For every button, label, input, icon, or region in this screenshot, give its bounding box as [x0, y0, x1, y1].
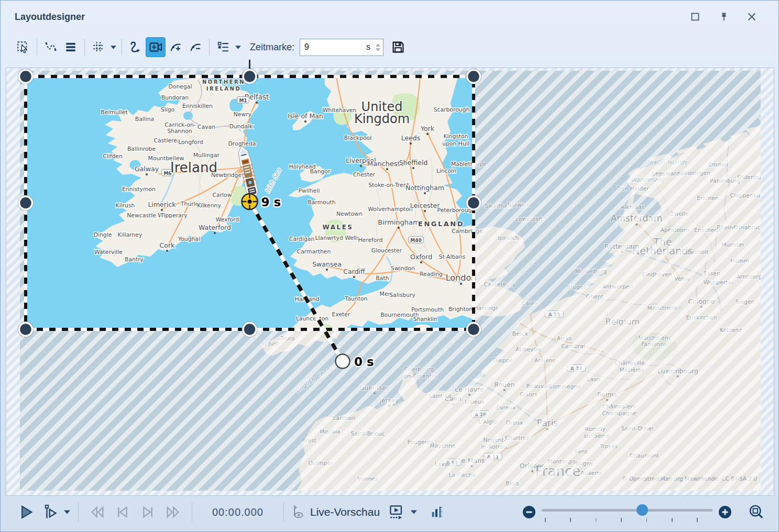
camera-pan-icon — [148, 40, 163, 54]
titlebar: Layoutdesigner — [6, 5, 773, 29]
statistics-icon — [429, 504, 445, 520]
select-tool-button[interactable] — [13, 37, 33, 57]
zoom-out-icon — [522, 505, 536, 519]
layout-frame-viewport[interactable] — [26, 77, 474, 330]
chevron-down-icon — [111, 46, 116, 49]
zeitmarke-spinner[interactable] — [372, 43, 383, 51]
preview-window-icon — [387, 503, 406, 522]
chevron-down-icon — [64, 510, 70, 514]
next-frame-icon — [138, 503, 157, 522]
transport-separator — [78, 502, 79, 522]
path-draw-tool-button[interactable] — [126, 37, 146, 57]
chevron-down-icon — [235, 46, 241, 49]
map[interactable] — [20, 71, 761, 491]
play-button[interactable] — [14, 503, 38, 521]
node-add-icon — [169, 40, 183, 54]
toolbar-separator — [37, 39, 37, 56]
curve-select-tool-button[interactable] — [41, 37, 61, 57]
previous-frame-button[interactable] — [110, 503, 135, 522]
play-options-dropdown[interactable] — [62, 502, 72, 522]
zoom-in-icon — [718, 505, 732, 519]
camera-pan-tool-button[interactable] — [146, 37, 166, 57]
keyframe-list-icon — [216, 40, 230, 54]
zeitmarke-input[interactable]: 9 s — [300, 39, 383, 56]
main-toolbar: Zeitmarke: 9 s — [6, 31, 773, 63]
layoutdesigner-window: NORTHERNIRELANDBelfastM1DonegalBundoranE… — [0, 0, 779, 532]
node-remove-tool-button[interactable] — [185, 37, 205, 57]
maximize-button[interactable] — [688, 10, 702, 24]
grid-icon — [92, 40, 105, 54]
zeitmarke-unit: s — [366, 42, 372, 52]
curve-select-icon — [44, 40, 58, 54]
zoom-controls — [522, 496, 765, 528]
transport-separator — [192, 502, 192, 522]
zeitmarke-value: 9 — [300, 42, 366, 52]
skip-to-start-button[interactable] — [85, 503, 110, 522]
play-from-marker-button[interactable] — [38, 503, 62, 521]
close-button[interactable] — [745, 10, 759, 24]
zoom-fit-icon — [747, 503, 765, 521]
live-preview-icon — [290, 504, 306, 520]
zoom-slider-thumb[interactable] — [637, 504, 648, 516]
pin-icon — [718, 11, 729, 23]
select-icon — [16, 40, 30, 54]
keyframe-list-tool-button[interactable] — [213, 37, 233, 57]
statistics-button[interactable] — [426, 504, 448, 520]
path-curve-icon — [128, 40, 143, 54]
timecode-display: 00:00.000 — [199, 506, 277, 518]
layers-tool-button[interactable] — [61, 37, 81, 57]
preview-window-button[interactable] — [384, 503, 409, 522]
close-icon — [746, 11, 758, 23]
maximize-icon — [689, 11, 701, 23]
preview-options-dropdown[interactable] — [409, 502, 419, 522]
spin-up-icon — [376, 43, 380, 47]
toolbar-separator — [84, 39, 85, 56]
save-button[interactable] — [391, 40, 405, 54]
map-vivid-layer — [26, 77, 474, 330]
skip-to-end-button[interactable] — [160, 503, 185, 522]
skip-end-icon — [163, 503, 182, 522]
pin-button[interactable] — [717, 10, 730, 24]
zoom-slider-track[interactable] — [542, 509, 712, 512]
zoom-fit-button[interactable] — [747, 503, 765, 521]
grid-tool-button[interactable] — [89, 37, 108, 57]
previous-frame-icon — [113, 503, 132, 522]
node-add-tool-button[interactable] — [166, 37, 185, 57]
designer-canvas[interactable] — [6, 68, 774, 496]
toolbar-separator — [209, 39, 210, 56]
transport-separator — [283, 502, 284, 522]
toolbar-separator — [122, 39, 122, 56]
zeitmarke-label: Zeitmarke: — [250, 42, 294, 53]
play-from-marker-icon — [41, 503, 59, 521]
zoom-slider-ticks — [545, 518, 698, 522]
chevron-down-icon — [411, 510, 417, 514]
zoom-slider[interactable] — [542, 504, 712, 520]
window-title: Layoutdesigner — [6, 12, 85, 23]
play-icon — [17, 503, 35, 521]
keyframe-list-dropdown[interactable] — [233, 37, 243, 57]
zoom-out-button[interactable] — [522, 505, 536, 519]
live-preview-label: Live-Vorschau — [310, 506, 380, 518]
transport-bar: 00:00.000 Live-Vorschau — [6, 496, 774, 528]
grid-tool-dropdown[interactable] — [108, 37, 118, 57]
spin-down-icon — [376, 48, 380, 51]
layers-icon — [64, 40, 78, 54]
skip-start-icon — [88, 503, 107, 522]
next-frame-button[interactable] — [135, 503, 160, 522]
zoom-in-button[interactable] — [718, 505, 732, 519]
node-remove-icon — [189, 40, 203, 54]
save-icon — [391, 40, 405, 54]
